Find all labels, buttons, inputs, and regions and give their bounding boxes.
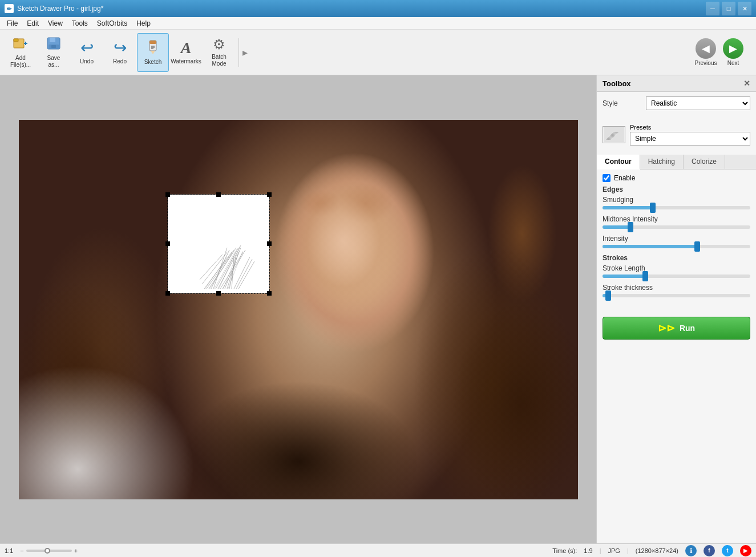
style-section: Style Realistic Simple Detailed Artistic <box>597 92 756 119</box>
toolbar: AddFile(s)... Saveas... ↩ Undo ↪ Redo <box>0 30 756 75</box>
tab-colorize[interactable]: Colorize <box>684 155 725 169</box>
zoom-out-icon[interactable]: − <box>20 547 23 554</box>
image-container <box>19 120 578 499</box>
previous-label: Previous <box>695 60 717 66</box>
dimensions-label: (1280×877×24) <box>636 547 678 554</box>
titlebar: ✏ Sketch Drawer Pro - girl.jpg* ─ □ ✕ <box>0 0 756 17</box>
svg-rect-7 <box>51 45 56 48</box>
undo-label: Undo <box>80 58 94 64</box>
strokes-section-title: Strokes <box>603 254 750 262</box>
add-file-label: AddFile(s)... <box>10 55 31 68</box>
handle-topcenter[interactable] <box>216 192 221 197</box>
handle-bottomright[interactable] <box>267 291 272 296</box>
handle-topleft[interactable] <box>165 192 170 197</box>
undo-icon: ↩ <box>80 40 94 56</box>
svg-rect-1 <box>14 39 18 42</box>
status-sep-1: | <box>600 547 601 554</box>
zoom-slider[interactable] <box>26 550 72 552</box>
tab-hatching[interactable]: Hatching <box>640 155 684 169</box>
selection-box[interactable] <box>167 194 270 294</box>
handle-bottomleft[interactable] <box>165 291 170 296</box>
next-label: Next <box>727 60 739 66</box>
shirt-layer <box>19 348 215 499</box>
next-button[interactable]: ▶ Next <box>722 38 745 67</box>
previous-button[interactable]: ◀ Previous <box>694 38 717 67</box>
smudging-label: Smudging <box>603 196 750 204</box>
stroke-length-fill <box>603 275 647 278</box>
canvas-area[interactable] <box>0 75 596 543</box>
menu-help[interactable]: Help <box>132 18 155 29</box>
menu-edit[interactable]: Edit <box>22 18 43 29</box>
status-sep-2: | <box>627 547 629 554</box>
app-icon: ✏ <box>5 4 14 13</box>
smudging-thumb[interactable] <box>650 203 656 213</box>
sketch-preview <box>168 195 269 293</box>
zoom-thumb[interactable] <box>45 548 50 554</box>
toolbar-right: ◀ Previous ▶ Next <box>694 38 751 67</box>
menu-file[interactable]: File <box>2 18 22 29</box>
tab-content: Enable Edges Smudging Midtones Intensity <box>597 169 756 308</box>
batch-mode-button[interactable]: ⚙ BatchMode <box>203 33 235 72</box>
svg-line-18 <box>213 248 227 289</box>
midtones-thumb[interactable] <box>628 222 633 232</box>
style-select[interactable]: Realistic Simple Detailed Artistic <box>646 96 750 110</box>
sketch-label: Sketch <box>144 59 162 65</box>
twitter-icon[interactable]: t <box>722 545 733 556</box>
redo-icon: ↪ <box>114 40 127 56</box>
tab-contour[interactable]: Contour <box>597 155 640 169</box>
style-row: Style Realistic Simple Detailed Artistic <box>603 96 750 110</box>
svg-line-30 <box>236 259 252 289</box>
redo-label: Redo <box>113 58 127 64</box>
menu-view[interactable]: View <box>43 18 67 29</box>
youtube-icon[interactable]: ▶ <box>740 545 751 556</box>
handle-bottomcenter[interactable] <box>216 291 221 296</box>
info-icon[interactable]: ℹ <box>685 545 697 556</box>
smudging-fill <box>603 206 654 209</box>
presets-row: Presets Simple Medium Complex Custom <box>603 124 750 146</box>
facebook-icon[interactable]: f <box>704 545 715 556</box>
toolbox-panel: Toolbox ✕ Style Realistic Simple Detaile… <box>596 75 756 543</box>
run-button[interactable]: ⊳⊳ Run <box>603 317 750 340</box>
toolbox-tabs: Contour Hatching Colorize <box>597 155 756 169</box>
svg-line-27 <box>202 252 227 284</box>
handle-middleleft[interactable] <box>165 241 170 246</box>
close-button[interactable]: ✕ <box>738 2 751 15</box>
maximize-button[interactable]: □ <box>722 2 735 15</box>
stroke-length-slider-row: Stroke Length <box>603 264 750 278</box>
add-file-icon <box>13 37 29 53</box>
watermarks-button[interactable]: A Watermarks <box>170 33 202 72</box>
midtones-track[interactable] <box>603 225 750 229</box>
style-label: Style <box>603 99 642 107</box>
add-file-button[interactable]: AddFile(s)... <box>5 33 37 72</box>
toolbox-header: Toolbox ✕ <box>597 75 756 92</box>
redo-button[interactable]: ↪ Redo <box>104 33 136 72</box>
stroke-thickness-track[interactable] <box>603 294 750 297</box>
more-icon[interactable]: ▸ <box>242 46 248 59</box>
menubar: File Edit View Tools SoftOrbits Help <box>0 17 756 30</box>
watermarks-icon: A <box>181 40 192 56</box>
enable-row: Enable <box>603 174 750 182</box>
minimize-button[interactable]: ─ <box>706 2 719 15</box>
enable-checkbox[interactable] <box>603 174 611 182</box>
handle-topright[interactable] <box>267 192 272 197</box>
sketch-button[interactable]: Sketch <box>137 33 169 72</box>
save-as-button[interactable]: Saveas... <box>38 33 70 72</box>
handle-middleright[interactable] <box>267 241 272 246</box>
intensity-thumb[interactable] <box>694 241 700 252</box>
stroke-length-track[interactable] <box>603 275 750 278</box>
smudging-track[interactable] <box>603 206 750 209</box>
stroke-thickness-thumb[interactable] <box>605 290 611 301</box>
batch-mode-label: BatchMode <box>212 54 227 67</box>
presets-select[interactable]: Simple Medium Complex Custom <box>630 132 750 146</box>
stroke-length-thumb[interactable] <box>642 271 648 281</box>
menu-tools[interactable]: Tools <box>67 18 92 29</box>
presets-section: Presets Simple Medium Complex Custom <box>597 119 756 155</box>
zoom-in-icon[interactable]: + <box>74 547 78 554</box>
menu-softorbits[interactable]: SoftOrbits <box>92 18 132 29</box>
presets-select-wrapper: Presets Simple Medium Complex Custom <box>630 124 750 146</box>
toolbox-title: Toolbox <box>603 79 631 88</box>
save-as-label: Saveas... <box>47 55 60 68</box>
toolbox-close-button[interactable]: ✕ <box>743 79 750 88</box>
undo-button[interactable]: ↩ Undo <box>71 33 103 72</box>
intensity-track[interactable] <box>603 245 750 248</box>
